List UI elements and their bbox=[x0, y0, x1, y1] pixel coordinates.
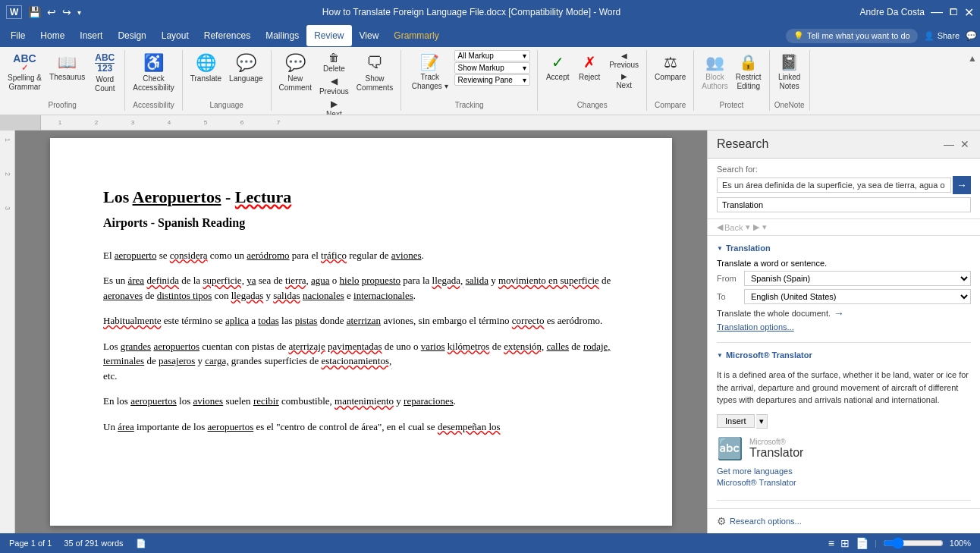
show-comments-label: ShowComments bbox=[357, 74, 393, 93]
search-row: → bbox=[717, 176, 971, 194]
thesaurus-button[interactable]: 📖 Thesaurus bbox=[46, 50, 88, 83]
document-page[interactable]: Los Aeropuertos - Lectura Airports - Spa… bbox=[50, 138, 672, 526]
restrict-editing-button[interactable]: 🔒 RestrictEditing bbox=[733, 50, 765, 93]
block-authors-button[interactable]: 👥 BlockAuthors bbox=[699, 50, 730, 93]
ms-translator-header[interactable]: ▼ Microsoft® Translator bbox=[717, 349, 971, 361]
ribbon-group-language: 🌐 Translate 💬 Language Language bbox=[183, 50, 272, 111]
quick-access-toolbar: 💾 ↩ ↪ ▾ bbox=[27, 5, 83, 20]
menu-review[interactable]: Review bbox=[306, 25, 351, 46]
reviewing-pane-btn[interactable]: Reviewing Pane ▾ bbox=[454, 74, 530, 86]
ruler-mark-3: 3 bbox=[115, 119, 151, 126]
accept-label: Accept bbox=[546, 73, 570, 82]
tell-me-box[interactable]: 💡 Tell me what you want to do bbox=[786, 29, 918, 43]
menu-layout[interactable]: Layout bbox=[154, 25, 196, 46]
previous-change-label: Previous bbox=[609, 61, 639, 69]
menu-mailings[interactable]: Mailings bbox=[258, 25, 306, 46]
share-label: Share bbox=[938, 31, 960, 40]
menu-view[interactable]: View bbox=[352, 25, 387, 46]
ms-translator-link[interactable]: Microsoft® Translator bbox=[717, 478, 971, 487]
show-markup-label: Show Markup bbox=[458, 64, 504, 72]
category-dropdown[interactable]: Translation All Research Sites Dictionar… bbox=[717, 197, 971, 212]
translation-options-link[interactable]: Translation options... bbox=[717, 322, 794, 331]
search-go-button[interactable]: → bbox=[953, 176, 971, 194]
panel-close-btn[interactable]: ✕ bbox=[959, 137, 971, 152]
ms-translator-section: ▼ Microsoft® Translator It is a defined … bbox=[717, 349, 971, 494]
reject-button[interactable]: ✗ Reject bbox=[574, 50, 605, 83]
view-page-btn[interactable]: 📄 bbox=[856, 537, 868, 549]
close-btn[interactable]: ✕ bbox=[964, 5, 974, 20]
share-button[interactable]: 👤 Share bbox=[924, 31, 960, 41]
prev-change-icon: ◀ bbox=[621, 52, 627, 60]
search-for-label: Search for: bbox=[717, 165, 971, 174]
all-markup-dropdown[interactable]: All Markup ▾ bbox=[454, 50, 530, 61]
menu-design[interactable]: Design bbox=[110, 25, 153, 46]
minimize-btn[interactable]: — bbox=[931, 5, 943, 19]
insert-button[interactable]: Insert bbox=[717, 414, 755, 428]
ms-translator-logo: 🔤 Microsoft® Translator bbox=[717, 429, 971, 464]
research-options-link[interactable]: Research options... bbox=[730, 517, 802, 526]
search-input[interactable] bbox=[717, 178, 951, 193]
restore-btn[interactable]: ⧠ bbox=[949, 7, 958, 17]
previous-change-button[interactable]: ◀ Previous bbox=[606, 50, 642, 71]
forward-btn[interactable]: ▶ bbox=[753, 222, 759, 232]
undo-quick-btn[interactable]: ↩ bbox=[46, 5, 58, 20]
doc-icon[interactable]: 📄 bbox=[136, 539, 146, 548]
next-change-label: Next bbox=[616, 81, 632, 90]
view-normal-btn[interactable]: ≡ bbox=[828, 537, 834, 549]
redo-quick-btn[interactable]: ↪ bbox=[61, 5, 73, 20]
forward-separator: ▾ bbox=[762, 222, 767, 232]
translator-result-text: It is a defined area of the surface, whe… bbox=[717, 366, 971, 410]
save-quick-btn[interactable]: 💾 bbox=[27, 5, 42, 20]
word-count-button[interactable]: ABC 123 WordCount bbox=[90, 50, 120, 95]
spelling-grammar-button[interactable]: ABC ✓ Spelling &Grammar bbox=[5, 50, 45, 93]
compare-button[interactable]: ⚖ Compare bbox=[652, 50, 689, 83]
zoom-slider[interactable] bbox=[883, 537, 944, 549]
ribbon-group-onenote: 📓 LinkedNotes OneNote bbox=[770, 50, 810, 111]
accept-icon: ✓ bbox=[551, 53, 564, 71]
customize-quick-btn[interactable]: ▾ bbox=[76, 7, 83, 18]
get-more-languages-link[interactable]: Get more languages bbox=[717, 467, 971, 476]
title-bar: W 💾 ↩ ↪ ▾ How to Translate Foreign Langu… bbox=[0, 0, 980, 24]
linked-notes-button[interactable]: 📓 LinkedNotes bbox=[774, 50, 805, 93]
language-icon: 💬 bbox=[236, 53, 256, 73]
to-language-select[interactable]: English (United States) English (UK) Ger… bbox=[744, 289, 971, 304]
doc-para-2: Es un área definida de la superficie, ya… bbox=[103, 273, 619, 303]
menu-file[interactable]: File bbox=[3, 25, 33, 46]
ribbon-collapse-btn[interactable]: ▲ bbox=[965, 50, 980, 67]
restrict-editing-icon: 🔒 bbox=[739, 53, 758, 71]
translation-section-header[interactable]: ▼ Translation bbox=[717, 242, 971, 254]
language-button[interactable]: 💬 Language bbox=[226, 50, 266, 85]
track-changes-button[interactable]: 📝 TrackChanges ▾ bbox=[409, 50, 451, 93]
panel-minimize-btn[interactable]: — bbox=[942, 137, 956, 152]
show-comments-button[interactable]: 🗨 ShowComments bbox=[353, 50, 396, 94]
from-label: From bbox=[717, 274, 740, 283]
menu-home[interactable]: Home bbox=[33, 25, 72, 46]
menu-grammarly[interactable]: Grammarly bbox=[386, 25, 446, 46]
translate-whole-doc-btn[interactable]: → bbox=[834, 307, 844, 319]
document-area[interactable]: Los Aeropuertos - Lectura Airports - Spa… bbox=[15, 130, 707, 533]
comment-icon[interactable]: 💬 bbox=[966, 30, 977, 41]
next-comment-button[interactable]: ▶ Next bbox=[316, 97, 352, 115]
translation-section-title: Translation bbox=[726, 244, 771, 253]
from-language-select[interactable]: Spanish (Spain) Spanish (Mexico) French bbox=[744, 271, 971, 286]
page-margin-indicator: 1 2 3 bbox=[0, 130, 15, 533]
insert-dropdown-btn[interactable]: ▾ bbox=[756, 414, 768, 429]
delete-comment-button[interactable]: 🗑 Delete bbox=[316, 50, 352, 74]
menu-references[interactable]: References bbox=[196, 25, 258, 46]
word-count-label: WordCount bbox=[95, 75, 115, 93]
divider-2 bbox=[717, 500, 971, 501]
back-btn[interactable]: ◀ Back bbox=[717, 222, 743, 232]
view-grid-btn[interactable]: ⊞ bbox=[840, 537, 850, 549]
check-accessibility-button[interactable]: ♿ CheckAccessibility bbox=[130, 50, 177, 94]
translate-button[interactable]: 🌐 Translate bbox=[187, 50, 225, 85]
new-comment-button[interactable]: 💬 NewComment bbox=[276, 50, 315, 94]
show-markup-btn[interactable]: Show Markup ▾ bbox=[454, 62, 530, 74]
delete-icon: 🗑 bbox=[328, 52, 339, 64]
spelling-label: Spelling &Grammar bbox=[8, 74, 42, 92]
next-change-button[interactable]: ▶ Next bbox=[606, 71, 642, 91]
previous-comment-button[interactable]: ◀ Previous bbox=[316, 74, 352, 97]
research-title: Research bbox=[717, 137, 768, 151]
doc-para-6: Un área importante de los aeropuertos es… bbox=[103, 419, 619, 435]
accept-button[interactable]: ✓ Accept bbox=[542, 50, 573, 83]
menu-insert[interactable]: Insert bbox=[72, 25, 110, 46]
